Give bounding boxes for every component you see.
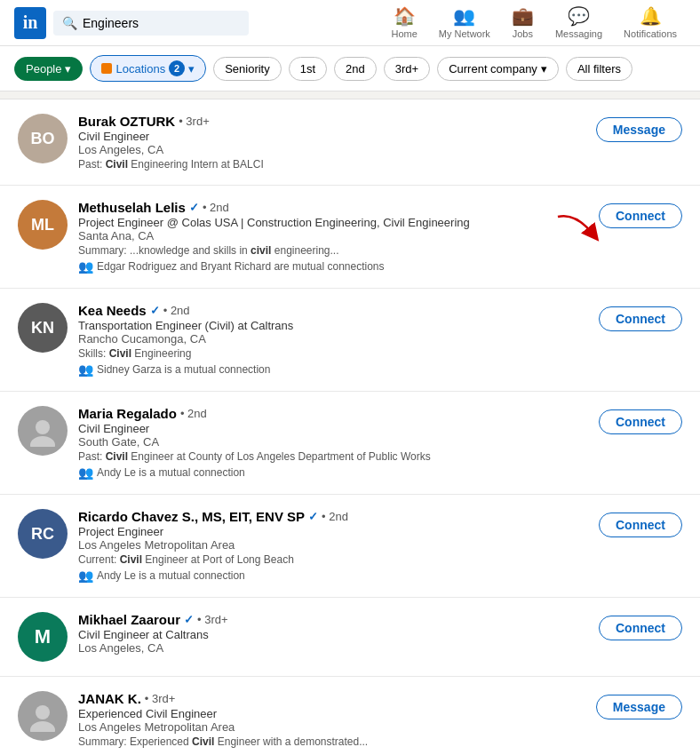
person-extra: Past: Civil Engineering Intern at BALCI (78, 158, 585, 171)
message-button[interactable]: Message (596, 695, 682, 719)
people-filter-label: People (26, 62, 61, 76)
person-title: Civil Engineer at Caltrans (78, 628, 588, 641)
connect-button[interactable]: Connect (599, 409, 682, 434)
search-bar: 🔍 (53, 11, 249, 36)
current-company-label: Current company (449, 62, 537, 76)
person-name-text: Burak OZTURK (78, 114, 175, 129)
person-card: KN Kea Needs ✓ • 2nd Transportation Engi… (0, 289, 700, 392)
nav-item-my-network[interactable]: 👥 My Network (430, 2, 499, 44)
search-input[interactable] (83, 16, 225, 30)
second-degree-filter[interactable]: 2nd (334, 57, 377, 81)
person-title: Transportation Engineer (Civil) at Caltr… (78, 319, 588, 332)
nav-item-messaging[interactable]: 💬 Messaging (546, 2, 611, 44)
third-degree-label: 3rd+ (395, 62, 418, 76)
nav-label-notifications: Notifications (624, 28, 677, 39)
nav-item-home[interactable]: 🏠 Home (382, 2, 426, 44)
person-name[interactable]: JANAK K. • 3rd+ (78, 691, 585, 706)
person-info: Maria Regalado • 2nd Civil Engineer Sout… (78, 406, 588, 480)
location-square-icon (101, 63, 112, 74)
first-degree-label: 1st (300, 62, 315, 76)
person-name[interactable]: Maria Regalado • 2nd (78, 406, 588, 421)
avatar (18, 406, 68, 456)
people-filter[interactable]: People ▾ (14, 57, 83, 81)
seniority-filter[interactable]: Seniority (213, 57, 282, 81)
person-extra: Summary: Experienced Civil Engineer with… (78, 735, 585, 748)
connect-button[interactable]: Connect (599, 203, 682, 228)
person-location: Los Angeles Metropolitan Area (78, 538, 588, 552)
nav-label-messaging: Messaging (555, 28, 602, 39)
locations-filter-label: Locations (115, 62, 165, 76)
locations-filter[interactable]: Locations 2 ▾ (90, 55, 206, 82)
person-card: Maria Regalado • 2nd Civil Engineer Sout… (0, 392, 700, 495)
mutual-connection: 👥 Andy Le is a mutual connection (78, 465, 588, 480)
verified-icon: ✓ (189, 201, 199, 214)
person-name[interactable]: Kea Needs ✓ • 2nd (78, 303, 588, 318)
person-location: Los Angeles, CA (78, 641, 588, 655)
messaging-icon: 💬 (568, 5, 590, 27)
mutual-connection: 👥 Sidney Garza is a mutual connection (78, 362, 588, 377)
people-dropdown-icon: ▾ (65, 62, 71, 76)
person-name-text: Ricardo Chavez S., MS, EIT, ENV SP (78, 509, 305, 524)
verified-icon: ✓ (150, 304, 160, 317)
person-title: Experienced Civil Engineer (78, 707, 585, 720)
person-extra: Past: Civil Engineer at County of Los An… (78, 450, 588, 463)
person-location: Los Angeles Metropolitan Area (78, 720, 585, 734)
connection-badge: • 2nd (322, 510, 348, 523)
person-info: Kea Needs ✓ • 2nd Transportation Enginee… (78, 303, 588, 377)
jobs-icon: 💼 (512, 5, 534, 27)
person-title: Civil Engineer (78, 130, 585, 143)
nav-label-my-network: My Network (439, 28, 490, 39)
connection-badge: • 3rd+ (197, 613, 228, 626)
connect-button[interactable]: Connect (599, 513, 682, 537)
person-name-text: Maria Regalado (78, 406, 177, 421)
person-name[interactable]: Ricardo Chavez S., MS, EIT, ENV SP ✓ • 2… (78, 509, 588, 524)
person-name[interactable]: Burak OZTURK • 3rd+ (78, 114, 585, 129)
person-info: Methuselah Lelis ✓ • 2nd Project Enginee… (78, 200, 588, 274)
third-degree-filter[interactable]: 3rd+ (384, 57, 430, 81)
avatar: KN (18, 303, 68, 353)
connection-badge: • 2nd (180, 407, 207, 420)
home-icon: 🏠 (394, 5, 416, 27)
person-extra: Skills: Civil Engineering (78, 347, 588, 360)
first-degree-filter[interactable]: 1st (289, 57, 327, 81)
nav-items: 🏠 Home 👥 My Network 💼 Jobs 💬 Messaging 🔔… (382, 2, 686, 44)
person-location: South Gate, CA (78, 435, 588, 449)
message-button[interactable]: Message (596, 117, 682, 142)
top-nav: in 🔍 🏠 Home 👥 My Network 💼 Jobs 💬 Messag… (0, 0, 700, 46)
my-network-icon: 👥 (453, 5, 475, 27)
verified-icon: ✓ (308, 510, 318, 523)
nav-item-notifications[interactable]: 🔔 Notifications (615, 2, 686, 44)
person-location: Los Angeles, CA (78, 143, 585, 156)
person-title: Project Engineer @ Colas USA | Construct… (78, 216, 588, 229)
mutual-icon: 👥 (78, 259, 93, 274)
all-filters-button[interactable]: All filters (566, 57, 632, 81)
results-area: BO Burak OZTURK • 3rd+ Civil Engineer Lo… (0, 99, 700, 755)
person-card: BO Burak OZTURK • 3rd+ Civil Engineer Lo… (0, 99, 700, 186)
locations-badge: 2 (169, 60, 185, 76)
current-company-filter[interactable]: Current company ▾ (437, 57, 559, 81)
current-company-dropdown-icon: ▾ (541, 62, 547, 76)
linkedin-logo[interactable]: in (14, 7, 46, 39)
person-card: M Mikhael Zaarour ✓ • 3rd+ Civil Enginee… (0, 598, 700, 677)
mutual-icon: 👥 (78, 465, 93, 480)
person-name-text: JANAK K. (78, 691, 141, 706)
nav-label-home: Home (391, 28, 417, 39)
nav-item-jobs[interactable]: 💼 Jobs (503, 2, 543, 44)
svg-point-2 (30, 436, 55, 447)
person-name[interactable]: Mikhael Zaarour ✓ • 3rd+ (78, 612, 588, 627)
person-name-text: Methuselah Lelis (78, 200, 186, 215)
connect-button[interactable]: Connect (599, 306, 682, 331)
search-icon: 🔍 (62, 16, 77, 30)
person-name-text: Mikhael Zaarour (78, 612, 180, 627)
locations-dropdown-icon: ▾ (188, 62, 195, 76)
mutual-icon: 👥 (78, 362, 93, 377)
mutual-connection: 👥 Edgar Rodriguez and Bryant Richard are… (78, 259, 588, 274)
notifications-icon: 🔔 (640, 5, 662, 27)
connect-button[interactable]: Connect (599, 616, 682, 640)
mutual-connection: 👥 Andy Le is a mutual connection (78, 568, 588, 583)
mutual-text: Edgar Rodriguez and Bryant Richard are m… (97, 260, 385, 273)
person-name[interactable]: Methuselah Lelis ✓ • 2nd (78, 200, 588, 215)
svg-point-1 (36, 420, 50, 434)
svg-point-3 (36, 705, 50, 719)
person-card: ML Methuselah Lelis ✓ • 2nd Project Engi… (0, 186, 700, 289)
